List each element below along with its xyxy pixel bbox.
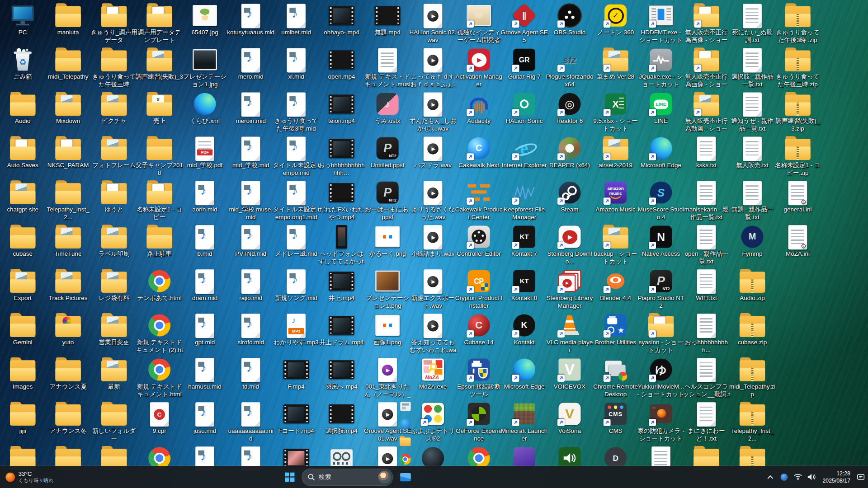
desktop-icon[interactable]: X9.5.xlsx - ショートカット [593, 91, 638, 134]
desktop-icon[interactable]: ♪タイトル未設定.tempo.mid [274, 135, 319, 178]
desktop-icon[interactable]: HDDFMT.exe - ショートカット [638, 2, 684, 46]
search-box[interactable]: 検索 [302, 469, 393, 486]
notification-icon[interactable] [855, 469, 867, 485]
desktop-icon[interactable]: ▶001_東北きりたん（ノーマル）_今じゃ… [365, 357, 410, 400]
desktop-icon[interactable]: ♪mid_学校 muse.mid [228, 179, 273, 223]
desktop-icon[interactable]: GeForce Experience [456, 401, 501, 444]
desktop-icon[interactable]: ♪PVTNd.mid [228, 224, 273, 267]
desktop-icon[interactable]: ♪新規ソング.mid [274, 268, 319, 311]
desktop-icon[interactable]: ラベル印刷 [91, 224, 137, 267]
desktop-icon[interactable]: ♪aorin.mid [182, 179, 227, 223]
desktop-icon[interactable]: PNT2Untitled.ppsf [365, 135, 410, 178]
desktop-icon[interactable]: ohhayo-.mp4 [319, 2, 364, 46]
desktop-icon[interactable]: 無題 - 親作品一覧.txt [730, 179, 775, 223]
desktop-icon[interactable]: jijii [0, 401, 45, 444]
desktop-icon[interactable]: GRGuitar Rig 7 [501, 47, 547, 90]
desktop-icon[interactable]: 無題.mp4 [365, 2, 410, 46]
desktop-icon[interactable]: Controller Editor [456, 224, 501, 267]
desktop-icon[interactable]: chatgpt-site [0, 179, 45, 223]
desktop-icon[interactable]: 孤独なインディーゲーム開発者の一生 … [456, 2, 501, 46]
desktop-icon[interactable]: プレゼンテーション1.jpg [182, 47, 227, 90]
desktop-icon[interactable]: manisekarin - 親作品一覧.txt [684, 179, 729, 223]
desktop-icon[interactable]: 名称未設定1 - コピー.zip [775, 135, 820, 178]
desktop-icon[interactable]: 通知うぜ - 親作品一覧.txt [730, 91, 775, 134]
desktop-icon[interactable]: CPCrypton Product Installer [456, 268, 501, 311]
desktop-icon[interactable]: Keepforest File Manager [501, 179, 547, 223]
desktop-icon[interactable]: Microsoft Edge [638, 135, 684, 178]
desktop-icon[interactable]: ♪sirofo.mid [228, 312, 273, 356]
desktop-icon[interactable]: ♪dram.mid [182, 268, 227, 311]
desktop-icon[interactable]: 無人販売不正行為画像 - ショートカット [684, 47, 729, 90]
taskbar-app-chrome[interactable] [396, 450, 415, 468]
desktop-icon[interactable]: ksks.txt [684, 135, 729, 178]
desktop-icon[interactable]: ◎Reaktor 6 [547, 91, 592, 134]
desktop-icon[interactable]: 無人販売不正行為動画 - ショートカット [684, 91, 729, 134]
desktop-icon[interactable]: SMuseScore Studio 4 [638, 179, 684, 223]
taskbar-app-file-explorer[interactable] [396, 433, 415, 450]
desktop-icon[interactable]: cubase [0, 224, 45, 267]
desktop-icon[interactable]: 無人販売不正行為画像 - ショートカッ… [684, 2, 729, 46]
desktop-icon[interactable]: ∥Groove Agent SE 5 [501, 2, 547, 46]
desktop-icon[interactable]: ♻ごみ箱 [0, 47, 45, 90]
desktop-icon[interactable]: yuto [45, 312, 90, 356]
desktop-icon[interactable]: Epson 接続診断ツール [456, 357, 501, 400]
desktop-icon[interactable]: 新規 テキストドキュメント.musicxml [365, 47, 410, 90]
desktop-icon[interactable]: 選択肢 - 親作品一覧.txt [730, 47, 775, 90]
desktop-icon[interactable]: ♪kotusytuaaus.mid [228, 2, 273, 46]
desktop-icon[interactable]: 羽尻へ.mp4 [319, 357, 364, 400]
desktop-icon[interactable]: アナウンス冬 [45, 401, 90, 444]
desktop-icon[interactable]: 新規 テキストドキュメント.html [137, 357, 182, 400]
desktop-icon[interactable]: ヘッドフォンはずしててよかっt.mp4 [319, 224, 364, 267]
desktop-icon[interactable]: くらび.xml [182, 91, 227, 134]
desktop-icon[interactable]: Minecraft Launcher [501, 401, 547, 444]
desktop-icon[interactable]: ヘルスコンプラッシュン__歌詞.txt [684, 357, 729, 400]
desktop-icon[interactable]: VVoiSona [547, 401, 592, 444]
desktop-icon[interactable]: ♪jusu.mid [182, 401, 227, 444]
desktop-icon[interactable]: ▶ずんだもん_しおかぜふ.wav [410, 91, 455, 134]
desktop-icon[interactable]: ▶Activation Manager [456, 47, 501, 90]
desktop-icon[interactable]: テンポあて.html [137, 268, 182, 311]
desktop-icon[interactable]: ♪MP3わかりやす.mp3 [274, 312, 319, 356]
desktop-icon[interactable]: ♪タイトル未設定.tempo.orig1.mid [274, 179, 319, 223]
desktop-icon[interactable]: Microsoft Edge [501, 357, 547, 400]
taskbar-app-blue-app[interactable] [396, 415, 415, 432]
tray-chevron-up-icon[interactable] [764, 469, 777, 485]
desktop-icon[interactable]: open.mp4 [319, 47, 364, 90]
desktop-icon[interactable]: airset2-2019 [593, 135, 638, 178]
desktop-icon[interactable]: だれだFXいれたやつ.mp4 [319, 179, 364, 223]
desktop-icon[interactable]: プレゼンテーション1.png [365, 268, 410, 311]
desktop-icon[interactable]: F.mp4 [274, 357, 319, 400]
desktop-icon[interactable]: ゆYukkuriMovieM... - ショートカット [638, 357, 684, 400]
desktop-icon[interactable]: 父子キャンプ2018 [137, 135, 182, 178]
desktop-icon[interactable]: PNT2Piapro Studio NT2 [638, 268, 684, 311]
desktop-icon[interactable]: ♪mero.mid [228, 47, 273, 90]
desktop-icon[interactable]: Audio.zip [730, 268, 775, 311]
desktop-icon[interactable]: ⚙MoZA.ini [775, 224, 820, 267]
desktop-icon[interactable]: Images [0, 357, 45, 400]
desktop-icon[interactable]: Export [0, 268, 45, 311]
desktop-icon[interactable]: CCubase 14 [456, 312, 501, 356]
taskbar-app-window-app[interactable] [396, 397, 415, 415]
desktop-icon[interactable]: ♪meroin.mid [228, 91, 273, 134]
desktop-icon[interactable]: LINELINE [638, 91, 684, 134]
desktop-icon[interactable]: ▶HALion Sonic 02.wav [410, 2, 455, 46]
desktop-icon[interactable]: 井上.mp4 [319, 268, 364, 311]
desktop-icon[interactable]: 新規 テキストドキュメント (2).html [137, 312, 182, 356]
desktop-icon[interactable]: 調声練習(失敗)_3.zip [775, 91, 820, 134]
desktop-icon[interactable]: VVOICEVOX [547, 357, 592, 400]
desktop-icon[interactable]: 営業日変更 [91, 312, 137, 356]
desktop-icon[interactable]: Steam [547, 179, 592, 223]
desktop-icon[interactable]: ⚙general.ini [775, 179, 820, 223]
desktop-icon[interactable]: ✓ノートン 360 [593, 2, 638, 46]
desktop-icon[interactable]: ♪うみ.ustx [365, 91, 410, 134]
desktop-icon[interactable]: ぷよぷよテトリス®2 [410, 401, 455, 444]
desktop-icon[interactable]: Telepathy_Inst_2... [45, 179, 90, 223]
desktop-icon[interactable]: KTKontakt 8 [501, 268, 547, 311]
desktop-icon[interactable]: OBS Studio [547, 2, 592, 46]
desktop-icon[interactable]: ♪mid_学校.mid [228, 135, 273, 178]
desktop-icon[interactable]: ▶バスドラ.wav [410, 135, 455, 178]
desktop-icon[interactable]: PNT2おーばーまにあ.ppsf [365, 179, 410, 223]
desktop-icon[interactable]: きゅうり食ってた午後三時 [91, 47, 137, 90]
desktop-icon[interactable]: ♪td.mid [228, 357, 273, 400]
desktop-icon[interactable]: 65407.jpg [182, 2, 227, 46]
